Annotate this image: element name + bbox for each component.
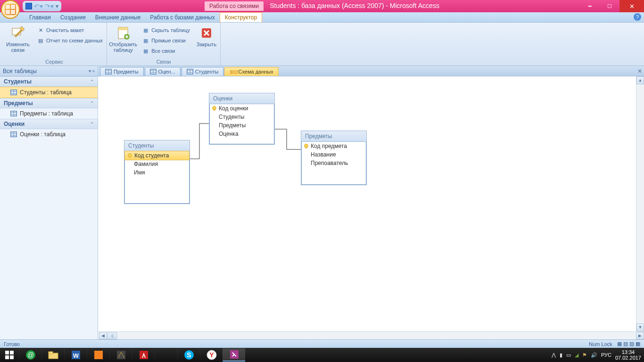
tray-network-icon[interactable]: ▮	[560, 352, 562, 358]
close-button[interactable]: Закрыть	[195, 24, 218, 47]
nav-group-head[interactable]: Оценки⌃	[0, 119, 98, 129]
scroll-right-button[interactable]: ▶	[636, 332, 644, 339]
tab-external-data[interactable]: Внешние данные	[91, 13, 146, 22]
schema-field[interactable]: Препоаватель	[301, 159, 366, 167]
status-numlock: Num Lock	[589, 341, 612, 347]
hide-table-button[interactable]: ▦Скрыть таблицу	[140, 25, 192, 35]
schema-table[interactable]: ПредметыКод предметаНазваниеПрепоаватель	[301, 131, 367, 185]
help-button[interactable]: ?	[634, 13, 641, 21]
close-window-button[interactable]	[619, 0, 644, 12]
schema-table[interactable]: ОценкиКод оценкиСтудентыПредметыОценка	[209, 93, 275, 145]
schema-field[interactable]: Код предмета	[301, 142, 366, 150]
schema-field[interactable]: Код оценки	[209, 104, 274, 113]
tray-battery-icon[interactable]: ▭	[566, 352, 571, 358]
taskbar-app-5[interactable]	[109, 348, 132, 362]
status-text: Готово	[4, 341, 20, 347]
edit-relations-button[interactable]: Изменить связи	[4, 24, 32, 53]
tray-shield-icon[interactable]: ◢	[575, 352, 578, 358]
taskbar-adobe[interactable]	[132, 348, 155, 362]
group-relations-label: Связи	[109, 58, 218, 66]
report-icon: ▤	[37, 37, 44, 44]
tray-clock[interactable]: 13:34 07.02.2017	[615, 349, 641, 361]
ribbon: Изменить связи ✕Очистить макет ▤Отчет по…	[0, 23, 644, 66]
direct-relations-button[interactable]: ▦Прямые связи	[140, 36, 192, 45]
qat-dropdown-icon[interactable]: ▾	[56, 3, 58, 9]
schema-table-title[interactable]: Оценки	[209, 93, 274, 104]
all-relations-button[interactable]: ▦Все связи	[140, 46, 192, 56]
show-table-button[interactable]: Отобразить таблицу	[109, 24, 137, 53]
schema-field[interactable]: Название	[301, 150, 366, 159]
table-icon	[10, 111, 17, 116]
nav-dropdown-icon[interactable]: ▾	[89, 68, 91, 74]
schema-field[interactable]: Имя	[124, 168, 190, 177]
main-area: Все таблицы ▾« Студенты⌃Студенты : табли…	[0, 66, 644, 339]
doc-tab[interactable]: Оцен...	[145, 67, 181, 76]
table-icon	[187, 69, 193, 74]
scroll-down-button[interactable]: ▼	[636, 323, 644, 331]
scroll-up-button[interactable]: ▲	[636, 76, 644, 84]
doc-tab[interactable]: ⊞⊟Схема данных	[224, 67, 278, 76]
schema-field[interactable]: Фамилия	[124, 160, 190, 168]
tab-create[interactable]: Создание	[56, 13, 91, 22]
schema-table[interactable]: СтудентыКод студентаФамилияИмя	[124, 140, 190, 204]
svg-text:S: S	[187, 351, 191, 359]
view-buttons[interactable]: ▦ ▧ ▨ ▩	[617, 341, 640, 347]
taskbar-skype[interactable]: S	[177, 348, 200, 362]
taskbar-explorer[interactable]	[41, 348, 64, 362]
taskbar-access[interactable]	[223, 348, 245, 362]
taskbar-app-1[interactable]: @	[19, 348, 41, 362]
table-icon	[150, 69, 157, 74]
tab-home[interactable]: Главная	[25, 13, 56, 22]
clear-layout-icon: ✕	[37, 26, 44, 34]
tab-database-tools[interactable]: Работа с базами данных	[145, 13, 219, 22]
close-label: Закрыть	[197, 41, 216, 47]
all-rel-icon: ▦	[142, 47, 149, 55]
redo-icon[interactable]: ↷▾	[45, 2, 54, 10]
record-selector-icon[interactable]: ▯	[107, 332, 117, 339]
taskbar-yandex[interactable]: Y	[200, 348, 223, 362]
nav-header[interactable]: Все таблицы ▾«	[0, 66, 98, 76]
tray-volume-icon[interactable]: 🔊	[591, 352, 597, 358]
scroll-left-button[interactable]: ◀	[99, 332, 107, 339]
ribbon-group-relations: Отобразить таблицу ▦Скрыть таблицу ▦Прям…	[107, 23, 221, 66]
svg-text:W: W	[73, 352, 79, 359]
nav-item[interactable]: Оценки : таблица	[0, 129, 98, 140]
nav-group-head[interactable]: Студенты⌃	[0, 76, 98, 87]
nav-item[interactable]: Студенты : таблица	[0, 87, 98, 98]
relations-canvas[interactable]: СтудентыКод студентаФамилияИмяОценкиКод …	[98, 76, 636, 331]
relation-report-button[interactable]: ▤Отчет по схеме данных	[35, 36, 105, 45]
close-tab-button[interactable]: ✕	[637, 68, 642, 74]
taskbar-word[interactable]: W	[64, 348, 87, 362]
schema-field[interactable]: Оценка	[209, 130, 274, 138]
minimize-button[interactable]	[580, 0, 600, 12]
start-button[interactable]	[0, 348, 19, 362]
maximize-button[interactable]	[600, 0, 619, 12]
tray-chevron-icon[interactable]: ⋀	[552, 352, 556, 358]
nav-collapse-icon[interactable]: «	[92, 68, 95, 74]
tray-language[interactable]: РУС	[601, 352, 611, 358]
svg-text:Y: Y	[209, 351, 214, 359]
clear-layout-button[interactable]: ✕Очистить макет	[35, 25, 105, 35]
schema-field[interactable]: Предметы	[209, 121, 274, 130]
doc-tab[interactable]: Студенты	[182, 67, 224, 76]
horizontal-scrollbar[interactable]: ◀ ▯ ▶	[98, 331, 644, 339]
undo-icon[interactable]: ↶▾	[34, 2, 43, 10]
tab-designer[interactable]: Конструктор	[220, 12, 262, 22]
ribbon-tabs: Главная Создание Внешние данные Работа с…	[0, 12, 644, 23]
save-icon[interactable]	[25, 3, 32, 9]
vertical-scrollbar[interactable]: ▲ ▼	[636, 76, 644, 331]
office-button[interactable]	[1, 0, 20, 19]
taskbar-app-4[interactable]	[87, 348, 109, 362]
hide-table-icon: ▦	[142, 26, 149, 34]
schema-table-title[interactable]: Студенты	[124, 140, 190, 151]
doc-tab[interactable]: Предметы	[100, 67, 144, 76]
schema-table-title[interactable]: Предметы	[301, 131, 366, 142]
app-title: Students : база данных (Access 2007) - M…	[270, 2, 439, 9]
nav-group-head[interactable]: Предметы⌃	[0, 98, 98, 108]
nav-item[interactable]: Предметы : таблица	[0, 108, 98, 119]
schema-field[interactable]: Код студента	[124, 151, 190, 160]
schema-field[interactable]: Студенты	[209, 113, 274, 121]
svg-rect-8	[49, 352, 53, 354]
tray-flag-icon[interactable]: ⚑	[582, 352, 587, 358]
title-bar: ↶▾ ↷▾ ▾ Работа со связями Students : баз…	[0, 0, 644, 12]
